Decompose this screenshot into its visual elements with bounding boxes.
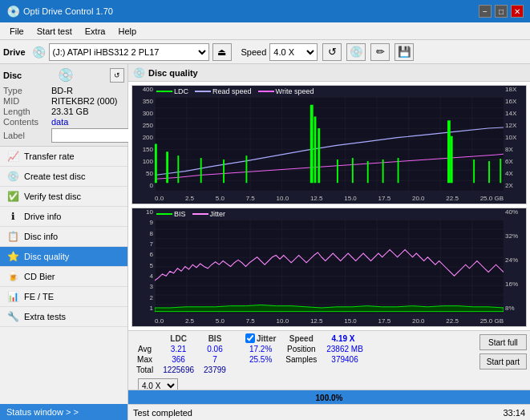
col-ldc: LDC <box>158 333 199 344</box>
max-label: Max <box>131 354 158 365</box>
jitter-legend-item: Jitter <box>192 210 226 218</box>
stats-bar: LDC BIS Jitter Speed 4.19 X <box>128 330 530 390</box>
edit-button[interactable]: ✏ <box>370 43 390 61</box>
minimize-button[interactable]: − <box>479 5 492 18</box>
speed-label: Speed <box>241 47 267 57</box>
drive-select[interactable]: (J:) ATAPI iHBS312 2 PL17 <box>49 43 209 61</box>
samples-label: Samples <box>281 354 322 365</box>
nav-verify-test-disc-label: Verify test disc <box>24 192 81 201</box>
chart2-y-axis-left: 10 9 8 7 6 5 4 3 2 1 <box>132 208 155 312</box>
chart2-legend: BIS Jitter <box>156 210 225 218</box>
chart-title-icon: 💿 <box>133 67 145 79</box>
nav-drive-info[interactable]: ℹ Drive info <box>0 207 127 227</box>
menu-help[interactable]: Help <box>111 25 143 38</box>
drive-label: Drive <box>3 47 26 57</box>
start-full-button[interactable]: Start full <box>479 334 527 350</box>
nav-disc-quality[interactable]: ⭐ Disc quality <box>0 247 127 267</box>
nav-transfer-rate[interactable]: 📈 Transfer rate <box>0 147 127 167</box>
nav-items: 📈 Transfer rate 💿 Create test disc ✅ Ver… <box>0 147 127 404</box>
mid-key: MID <box>3 96 51 106</box>
stats-table-container: LDC BIS Jitter Speed 4.19 X <box>131 333 368 393</box>
status-footer: Test completed 33:14 <box>128 404 530 420</box>
menu-file[interactable]: File <box>3 25 30 38</box>
position-value: 23862 MB <box>322 344 368 354</box>
eject-button[interactable]: ⏏ <box>212 43 232 61</box>
cd-button[interactable]: 💿 <box>346 43 366 61</box>
nav-cd-bier-label: CD Bier <box>24 272 55 281</box>
menubar: File Start test Extra Help <box>0 22 530 40</box>
read-speed-legend-item: Read speed <box>195 87 252 95</box>
chart2-y-axis-right: 40% 32% 24% 16% 8% <box>504 208 526 312</box>
disc-quality-icon: ⭐ <box>6 251 19 262</box>
total-bis: 23799 <box>199 365 231 375</box>
disc-panel-icon: 💿 <box>58 67 74 83</box>
mid-value: RITEKBR2 (000) <box>51 96 118 106</box>
write-speed-legend-label: Write speed <box>276 87 314 95</box>
drivebar: Drive 💿 (J:) ATAPI iHBS312 2 PL17 ⏏ Spee… <box>0 40 530 64</box>
position-label: Position <box>281 344 322 354</box>
svg-rect-6 <box>223 160 225 183</box>
col-bis: BIS <box>199 333 231 344</box>
svg-rect-16 <box>447 120 451 183</box>
status-window-button[interactable]: Status window > > <box>0 404 127 420</box>
main-content: Disc 💿 ↺ Type BD-R MID RITEKBR2 (000) Le… <box>0 64 530 420</box>
app-title: Opti Drive Control 1.70 <box>23 6 479 16</box>
svg-rect-12 <box>352 158 354 183</box>
nav-disc-info[interactable]: 📋 Disc info <box>0 227 127 247</box>
refresh-button[interactable]: ↺ <box>322 43 342 61</box>
svg-rect-18 <box>473 160 475 183</box>
start-part-button[interactable]: Start part <box>479 353 527 370</box>
status-window-label: Status window > > <box>6 407 79 417</box>
svg-rect-9 <box>314 116 317 183</box>
menu-start-test[interactable]: Start test <box>30 25 79 38</box>
bis-legend-label: BIS <box>174 210 186 218</box>
progress-bar-container: 100.0% <box>128 390 530 404</box>
svg-rect-7 <box>245 155 247 183</box>
fe-te-icon: 📊 <box>6 291 19 302</box>
avg-row: Avg 3.21 0.06 17.2% Position 23862 MB <box>131 344 368 354</box>
sidebar: Disc 💿 ↺ Type BD-R MID RITEKBR2 (000) Le… <box>0 64 128 420</box>
maximize-button[interactable]: □ <box>495 5 508 18</box>
nav-cd-bier[interactable]: 🍺 CD Bier <box>0 267 127 287</box>
svg-rect-19 <box>488 161 490 183</box>
create-test-disc-icon: 💿 <box>6 171 19 182</box>
nav-fe-te[interactable]: 📊 FE / TE <box>0 287 127 307</box>
svg-rect-4 <box>177 155 179 183</box>
bis-chart: BIS Jitter 10 9 8 7 6 5 4 3 <box>131 208 527 327</box>
samples-value: 379406 <box>322 354 368 365</box>
menu-extra[interactable]: Extra <box>79 25 112 38</box>
nav-verify-test-disc[interactable]: ✅ Verify test disc <box>0 187 127 207</box>
col-speed-val: 4.19 X <box>322 333 368 344</box>
chart1-y-axis-left: 400 350 300 250 200 150 100 50 0 <box>132 86 155 189</box>
extra-tests-icon: 🔧 <box>6 311 19 322</box>
nav-transfer-rate-label: Transfer rate <box>24 151 75 161</box>
svg-rect-20 <box>500 159 501 183</box>
contents-key: Contents <box>3 117 51 127</box>
jitter-legend-label: Jitter <box>210 210 226 218</box>
jitter-legend-dot <box>192 213 208 215</box>
jitter-checkbox[interactable] <box>245 333 255 343</box>
disc-panel: Disc 💿 ↺ Type BD-R MID RITEKBR2 (000) Le… <box>0 64 127 147</box>
write-speed-legend-item: Write speed <box>258 87 314 95</box>
total-ldc: 1225696 <box>158 365 199 375</box>
bis-legend-item: BIS <box>156 210 186 218</box>
close-button[interactable]: ✕ <box>511 5 524 18</box>
drive-icon: 💿 <box>32 46 46 59</box>
speed-select[interactable]: 4.0 X <box>269 43 318 61</box>
chart-title: Disc quality <box>148 68 198 78</box>
nav-fe-te-label: FE / TE <box>24 292 54 301</box>
save-button[interactable]: 💾 <box>394 43 414 61</box>
charts-area: LDC Read speed Write speed 400 350 30 <box>128 82 530 330</box>
disc-refresh-button[interactable]: ↺ <box>110 68 124 83</box>
col-empty2 <box>231 333 241 344</box>
nav-create-test-disc[interactable]: 💿 Create test disc <box>0 167 127 187</box>
max-ldc: 366 <box>158 354 199 365</box>
svg-rect-17 <box>451 136 453 184</box>
disc-info-icon: 📋 <box>6 231 19 242</box>
disc-panel-title: Disc <box>3 71 22 80</box>
verify-test-disc-icon: ✅ <box>6 191 19 202</box>
nav-extra-tests[interactable]: 🔧 Extra tests <box>0 307 127 327</box>
svg-rect-14 <box>382 160 384 183</box>
window-controls: − □ ✕ <box>479 5 524 18</box>
max-bis: 7 <box>199 354 231 365</box>
